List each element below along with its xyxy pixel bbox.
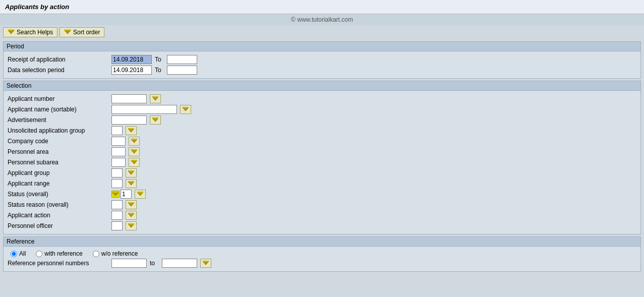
selection-btn-10[interactable] — [126, 200, 137, 209]
selection-input-6[interactable] — [111, 158, 126, 167]
selection-row-6: Personnel subarea — [8, 158, 636, 167]
selection-btn-3[interactable] — [126, 126, 137, 135]
selection-input-10[interactable] — [111, 200, 123, 209]
svg-rect-7 — [183, 107, 189, 108]
selection-input-11[interactable] — [111, 211, 123, 220]
selection-input-4[interactable] — [111, 137, 126, 146]
selection-btn-6[interactable] — [129, 158, 140, 167]
selection-input-12[interactable] — [111, 221, 123, 230]
toolbar: Search Helps Sort order — [0, 25, 644, 39]
svg-rect-19 — [129, 171, 134, 172]
search-helps-icon — [8, 29, 15, 36]
reference-radio-row: All with reference w/o reference — [8, 250, 636, 257]
selection-btn-5[interactable] — [129, 147, 140, 156]
selection-input-0[interactable] — [111, 94, 147, 103]
data-from-input[interactable] — [111, 66, 152, 75]
receipt-to-label: To — [155, 56, 164, 63]
svg-rect-3 — [65, 30, 71, 31]
selection-row-4: Company code — [8, 137, 636, 146]
selection-row-5: Personnel area — [8, 147, 636, 156]
selection-btn-12[interactable] — [126, 221, 137, 230]
receipt-row: Receipt of application To — [8, 55, 636, 64]
selection-btn-8[interactable] — [126, 179, 137, 188]
svg-marker-32 — [203, 262, 208, 265]
svg-marker-20 — [129, 182, 134, 185]
svg-marker-10 — [129, 129, 134, 132]
selection-btn-4[interactable] — [129, 137, 140, 146]
selection-label-7: Applicant group — [8, 169, 108, 176]
ref-select-button[interactable] — [200, 259, 211, 268]
status-overall-input[interactable] — [121, 190, 132, 199]
selection-row-7: Applicant group — [8, 168, 636, 177]
sort-order-icon — [64, 29, 71, 36]
selection-label-0: Applicant number — [8, 95, 108, 102]
selection-input-7[interactable] — [111, 168, 123, 177]
search-helps-button[interactable]: Search Helps — [3, 27, 57, 37]
svg-marker-6 — [183, 108, 188, 111]
status-overall-icon[interactable] — [111, 191, 120, 198]
receipt-to-input[interactable] — [167, 55, 197, 64]
svg-marker-24 — [138, 193, 143, 196]
selection-label-12: Personnel officer — [8, 222, 108, 229]
svg-rect-23 — [112, 192, 119, 193]
selection-label-1: Applicant name (sortable) — [8, 106, 108, 113]
reference-header: Reference — [4, 237, 640, 247]
selection-btn-1[interactable] — [180, 105, 191, 114]
ref-to-input[interactable] — [162, 259, 197, 268]
radio-all-input[interactable] — [11, 251, 17, 257]
svg-marker-26 — [129, 203, 134, 206]
svg-rect-29 — [129, 213, 134, 214]
selection-row-12: Personnel officer — [8, 221, 636, 230]
selection-btn-9[interactable] — [135, 190, 146, 199]
selection-row-11: Applicant action — [8, 211, 636, 220]
ref-numbers-label: Reference personnel numbers — [8, 260, 108, 267]
selection-label-5: Personnel area — [8, 148, 108, 155]
selection-row-10: Status reason (overall) — [8, 200, 636, 209]
selection-input-3[interactable] — [111, 126, 123, 135]
svg-rect-13 — [132, 139, 137, 140]
ref-arrow-icon — [203, 260, 209, 266]
svg-rect-15 — [132, 150, 137, 151]
selection-label-3: Unsolicited application group — [8, 127, 108, 134]
sort-order-button[interactable]: Sort order — [60, 27, 104, 37]
svg-marker-8 — [153, 118, 158, 122]
selection-input-1[interactable] — [111, 105, 177, 114]
selection-btn-7[interactable] — [126, 168, 137, 177]
svg-marker-2 — [65, 31, 70, 34]
radio-with-ref-input[interactable] — [36, 251, 42, 257]
svg-marker-0 — [9, 31, 14, 34]
receipt-label: Receipt of application — [8, 56, 108, 63]
svg-marker-28 — [129, 214, 134, 217]
radio-with-ref[interactable]: with reference — [36, 250, 82, 257]
reference-section: Reference All with reference w/o re — [3, 236, 641, 272]
selection-label-6: Personnel subarea — [8, 159, 108, 166]
selection-header: Selection — [4, 81, 640, 91]
ref-from-input[interactable] — [111, 259, 147, 268]
selection-label-11: Applicant action — [8, 212, 108, 219]
radio-wo-ref[interactable]: w/o reference — [93, 250, 138, 257]
radio-all[interactable]: All — [11, 250, 26, 257]
ref-to-label: to — [150, 260, 159, 267]
receipt-from-input[interactable] — [111, 55, 152, 64]
selection-row-3: Unsolicited application group — [8, 126, 636, 135]
selection-label-2: Advertisement — [8, 116, 108, 124]
selection-row-0: Applicant number — [8, 94, 636, 103]
radio-all-label: All — [19, 250, 26, 257]
selection-btn-0[interactable] — [150, 94, 161, 103]
selection-input-5[interactable] — [111, 147, 126, 156]
radio-wo-ref-input[interactable] — [93, 251, 99, 257]
selection-btn-2[interactable] — [150, 115, 161, 125]
svg-rect-1 — [8, 30, 14, 31]
svg-rect-31 — [129, 224, 134, 225]
selection-label-9: Status (overall) — [8, 191, 108, 198]
svg-rect-33 — [203, 261, 209, 262]
radio-with-ref-label: with reference — [44, 250, 82, 257]
svg-marker-18 — [129, 171, 134, 174]
selection-input-8[interactable] — [111, 179, 123, 188]
data-to-input[interactable] — [167, 66, 197, 75]
svg-marker-12 — [132, 140, 137, 143]
selection-input-2[interactable] — [111, 115, 147, 125]
selection-btn-11[interactable] — [126, 211, 137, 220]
search-helps-label: Search Helps — [17, 29, 53, 36]
svg-marker-16 — [132, 161, 137, 164]
